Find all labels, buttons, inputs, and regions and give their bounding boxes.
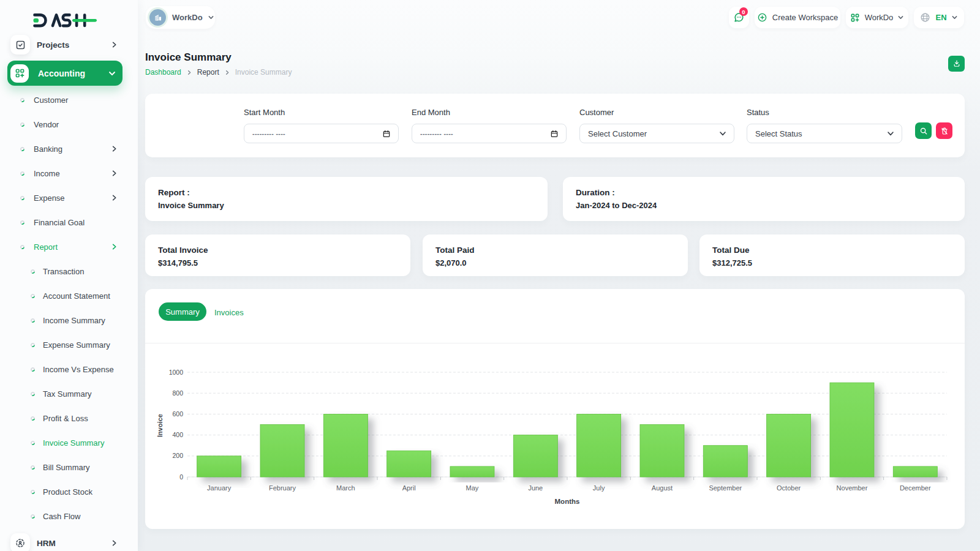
svg-text:Months: Months [555, 498, 580, 505]
svg-text:400: 400 [172, 431, 183, 438]
svg-text:June: June [528, 484, 543, 492]
svg-text:Invoice: Invoice [156, 414, 164, 437]
svg-text:600: 600 [172, 410, 183, 418]
svg-text:200: 200 [172, 452, 183, 459]
svg-text:800: 800 [172, 389, 183, 397]
svg-text:November: November [837, 484, 868, 492]
svg-text:0: 0 [179, 473, 183, 481]
svg-text:March: March [336, 484, 355, 492]
svg-text:October: October [777, 484, 801, 492]
svg-text:1000: 1000 [169, 369, 184, 376]
svg-text:May: May [466, 484, 479, 492]
svg-text:January: January [207, 484, 232, 492]
svg-text:February: February [269, 484, 296, 492]
svg-text:April: April [402, 484, 416, 492]
svg-text:September: September [709, 484, 742, 492]
svg-text:December: December [900, 484, 931, 492]
svg-text:July: July [593, 484, 605, 492]
svg-text:August: August [652, 484, 673, 492]
